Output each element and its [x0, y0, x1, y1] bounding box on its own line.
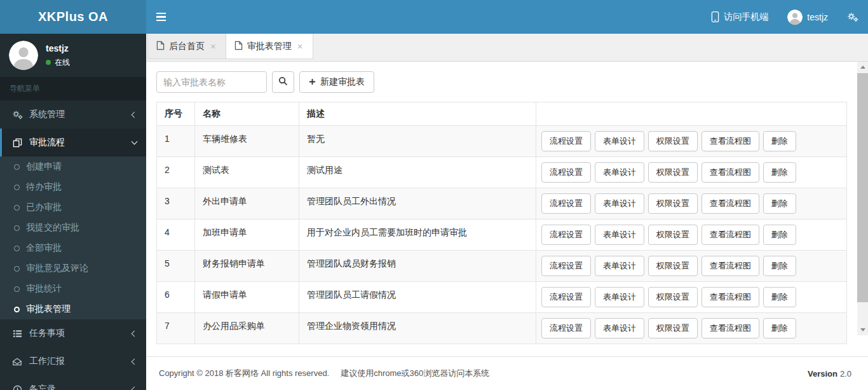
delete-button[interactable]: 删除: [763, 162, 796, 183]
cell-name: 车辆维修表: [195, 126, 299, 157]
view-flowchart-button[interactable]: 查看流程图: [702, 318, 759, 338]
chevron-left-icon: [132, 111, 138, 118]
table-row: 6 请假申请单 管理团队员工请假情况 流程设置 表单设计 权限设置 查看流程图 …: [157, 282, 847, 313]
delete-button[interactable]: 删除: [763, 287, 796, 307]
form-design-button[interactable]: 表单设计: [595, 256, 644, 276]
flow-settings-button[interactable]: 流程设置: [541, 162, 591, 183]
submenu-item-comments[interactable]: 审批意见及评论: [0, 258, 146, 279]
form-design-button[interactable]: 表单设计: [595, 287, 644, 307]
submenu-item-pending-approvals[interactable]: 待办审批: [0, 177, 146, 197]
brand-logo[interactable]: XKPlus OA: [0, 0, 146, 34]
submenu-item-label: 全部审批: [26, 242, 62, 254]
permission-settings-button[interactable]: 权限设置: [648, 193, 698, 214]
search-button[interactable]: [272, 71, 294, 93]
flow-settings-button[interactable]: 流程设置: [541, 193, 591, 214]
view-flowchart-button[interactable]: 查看流程图: [702, 256, 759, 276]
submenu-item-create-request[interactable]: 创建申请: [0, 157, 146, 177]
mobile-phone-icon: [711, 11, 719, 23]
copyright-text: Copyright © 2018 析客网络 All rights reserve…: [159, 368, 329, 379]
settings-button[interactable]: [837, 0, 868, 34]
hamburger-icon: [156, 13, 166, 15]
cell-index: 7: [157, 313, 195, 344]
form-design-button[interactable]: 表单设计: [595, 131, 644, 151]
user-menu[interactable]: testjz: [778, 0, 837, 34]
submenu-item-all-approvals[interactable]: 全部审批: [0, 238, 146, 258]
delete-button[interactable]: 删除: [763, 131, 796, 151]
column-header-name: 名称: [195, 102, 299, 126]
version-info: Version2.0: [808, 369, 851, 379]
submenu-item-label: 待办审批: [26, 181, 62, 193]
permission-settings-button[interactable]: 权限设置: [648, 256, 698, 276]
flow-settings-button[interactable]: 流程设置: [541, 256, 591, 276]
tab-bar: 后台首页 × 审批表管理 ×: [146, 34, 868, 62]
cell-actions: 流程设置 表单设计 权限设置 查看流程图 删除: [536, 219, 847, 251]
delete-button[interactable]: 删除: [763, 225, 796, 245]
view-flowchart-button[interactable]: 查看流程图: [702, 225, 759, 245]
mobile-access-link[interactable]: 访问手机端: [702, 0, 778, 34]
permission-settings-button[interactable]: 权限设置: [648, 131, 698, 151]
delete-button[interactable]: 删除: [763, 256, 796, 276]
search-icon: [278, 76, 288, 88]
submenu-item-label: 审批意见及评论: [26, 263, 88, 274]
permission-settings-button[interactable]: 权限设置: [648, 162, 698, 183]
sidebar-item-label: 审批流程: [29, 137, 126, 148]
user-panel: testjz 在线: [0, 34, 146, 77]
circle-icon: [14, 225, 20, 231]
sidebar-item-system-management[interactable]: 系统管理: [0, 101, 146, 129]
gears-icon: [847, 12, 858, 22]
scroll-down-arrow[interactable]: [857, 324, 868, 335]
cell-description: 管理团队成员财务报销: [299, 251, 536, 282]
form-design-button[interactable]: 表单设计: [595, 193, 644, 214]
clock-icon: [11, 385, 23, 390]
flow-settings-button[interactable]: 流程设置: [541, 225, 591, 245]
form-design-button[interactable]: 表单设计: [595, 225, 644, 245]
form-design-button[interactable]: 表单设计: [595, 318, 644, 338]
search-input[interactable]: [156, 71, 267, 93]
submenu-item-statistics[interactable]: 审批统计: [0, 279, 146, 299]
flow-settings-button[interactable]: 流程设置: [541, 131, 591, 151]
submenu-item-done-approvals[interactable]: 已办审批: [0, 197, 146, 218]
cell-actions: 流程设置 表单设计 权限设置 查看流程图 删除: [536, 313, 847, 344]
sidebar-item-approval-flow[interactable]: 审批流程: [0, 129, 146, 157]
cell-actions: 流程设置 表单设计 权限设置 查看流程图 删除: [536, 157, 847, 188]
tab-home[interactable]: 后台首页 ×: [147, 34, 226, 59]
sidebar-section-label: 导航菜单: [0, 77, 146, 101]
tab-approval-form-management[interactable]: 审批表管理 ×: [226, 34, 313, 59]
new-approval-form-button[interactable]: 新建审批表: [299, 71, 374, 93]
form-design-button[interactable]: 表单设计: [595, 162, 644, 183]
submenu-item-label: 已办审批: [26, 202, 62, 213]
flow-settings-button[interactable]: 流程设置: [541, 318, 591, 338]
main-area: 后台首页 × 审批表管理 ×: [146, 34, 868, 390]
sidebar-item-memo[interactable]: 备忘录: [0, 375, 146, 390]
scrollbar-thumb[interactable]: [857, 73, 868, 302]
flow-settings-button[interactable]: 流程设置: [541, 287, 591, 307]
permission-settings-button[interactable]: 权限设置: [648, 287, 698, 307]
sidebar-item-work-report[interactable]: 工作汇报: [0, 347, 146, 375]
tab-close-icon[interactable]: ×: [296, 41, 304, 51]
submenu-item-form-management[interactable]: 审批表管理: [0, 299, 146, 319]
submenu-item-my-submitted[interactable]: 我提交的审批: [0, 218, 146, 238]
view-flowchart-button[interactable]: 查看流程图: [702, 131, 759, 151]
circle-icon: [14, 266, 20, 272]
permission-settings-button[interactable]: 权限设置: [648, 318, 698, 338]
tab-close-icon[interactable]: ×: [209, 41, 217, 51]
delete-button[interactable]: 删除: [763, 193, 796, 214]
table-row: 4 加班申请单 用于对企业内员工需要加班时的申请审批 流程设置 表单设计 权限设…: [157, 219, 847, 251]
chevron-left-icon: [132, 330, 138, 337]
delete-button[interactable]: 删除: [763, 318, 796, 338]
cell-index: 6: [157, 282, 195, 313]
cell-index: 2: [157, 157, 195, 188]
sidebar-toggle-button[interactable]: [146, 0, 175, 34]
document-icon: [156, 41, 165, 52]
view-flowchart-button[interactable]: 查看流程图: [702, 287, 759, 307]
cell-index: 3: [157, 188, 195, 219]
tab-label: 审批表管理: [247, 41, 292, 52]
sidebar-item-label: 系统管理: [29, 109, 126, 120]
view-flowchart-button[interactable]: 查看流程图: [702, 162, 759, 183]
permission-settings-button[interactable]: 权限设置: [648, 225, 698, 245]
footer: Copyright © 2018 析客网络 All rights reserve…: [146, 356, 868, 390]
table-row: 5 财务报销申请单 管理团队成员财务报销 流程设置 表单设计 权限设置 查看流程…: [157, 251, 847, 282]
scroll-up-arrow[interactable]: [857, 62, 868, 73]
sidebar-item-tasks[interactable]: 任务事项: [0, 319, 146, 347]
view-flowchart-button[interactable]: 查看流程图: [702, 193, 759, 214]
